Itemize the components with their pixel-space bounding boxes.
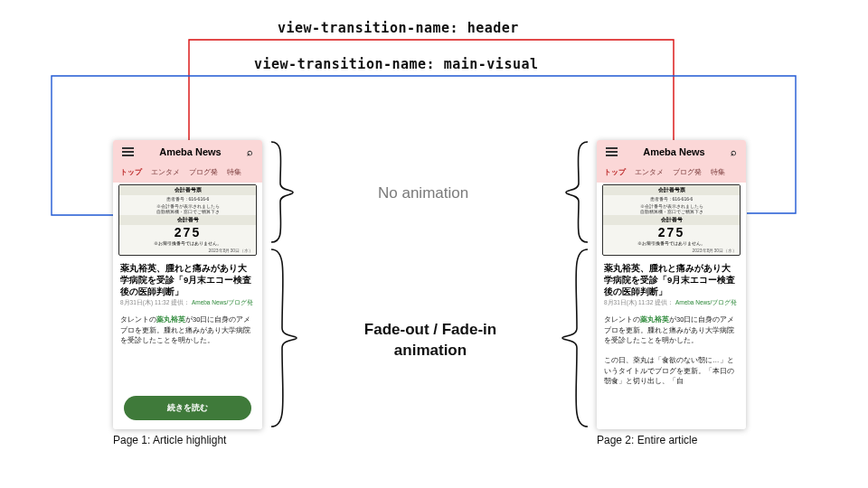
ticket-number: 275: [603, 225, 740, 239]
phone-page1: Ameba News ⌕ トップ エンタメ ブログ発 特集 会計番号票 患者番号…: [113, 140, 262, 429]
brace-bottom-right: [561, 247, 591, 429]
hamburger-icon: [122, 147, 134, 156]
annotation-fade-line2: animation: [394, 342, 467, 359]
main-visual: 会計番号票 患者番号：616-616-6 ※会計番号が表示されましたら 自動精算…: [118, 184, 257, 256]
code-label-main-visual: view-transition-name: main-visual: [254, 56, 539, 72]
nav-item: 特集: [227, 167, 241, 177]
nav-item: エンタメ: [635, 167, 664, 177]
article-body: タレントの薬丸裕英が30日に自身のアメブロを更新。腫れと痛みがあり大学病院を受診…: [597, 311, 746, 429]
ticket-line: 会計番号: [119, 215, 256, 225]
ticket-image: 会計番号票 患者番号：616-616-6 ※会計番号が表示されましたら 自動精算…: [602, 184, 741, 256]
caption-page1: Page 1: Article highlight: [113, 434, 226, 446]
ticket-image: 会計番号票 患者番号：616-616-6 ※会計番号が表示されましたら 自動精算…: [118, 184, 257, 256]
phone-header: Ameba News ⌕: [597, 140, 746, 164]
ticket-line: ※会計番号が表示されましたら 自動精算機・窓口でご精算下さ: [603, 202, 740, 215]
annotation-no-animation: No animation: [378, 184, 468, 202]
nav-item: 特集: [711, 167, 725, 177]
brace-bottom-left: [268, 247, 298, 429]
article-meta: 8月31日(木) 11:32 提供： Ameba News/ブログ発: [113, 299, 262, 311]
ticket-line: 会計番号: [603, 215, 740, 225]
nav-item: ブログ発: [189, 167, 218, 177]
search-icon: ⌕: [731, 146, 737, 157]
body-link: 薬丸裕英: [156, 315, 185, 324]
annotation-fade-line1: Fade-out / Fade-in: [364, 321, 496, 338]
caption-page2: Page 2: Entire article: [597, 434, 697, 446]
code-label-header: view-transition-name: header: [278, 20, 519, 36]
nav-item: トップ: [604, 167, 626, 177]
meta-source: Ameba News/ブログ発: [192, 299, 253, 305]
ticket-line: 会計番号票: [603, 185, 740, 195]
ticket-line: ※お薬引換番号ではありません。: [603, 239, 740, 248]
ticket-line: 会計番号票: [119, 185, 256, 195]
phone-nav: トップ エンタメ ブログ発 特集: [597, 164, 746, 183]
ticket-line: 患者番号：616-616-6: [603, 195, 740, 202]
article-headline: 薬丸裕英、腫れと痛みがあり大学病院を受診「9月末エコー検査後の医師判断」: [597, 259, 746, 299]
site-title: Ameba News: [643, 146, 704, 157]
brace-top-right: [564, 140, 591, 244]
meta-time: 8月31日(木) 11:32 提供：: [120, 299, 190, 305]
meta-source: Ameba News/ブログ発: [675, 299, 737, 305]
search-icon: ⌕: [247, 146, 253, 157]
meta-time: 8月31日(木) 11:32 提供：: [604, 299, 674, 305]
ticket-line: ※会計番号が表示されましたら 自動精算機・窓口でご精算下さ: [119, 202, 256, 215]
ticket-line: ※お薬引換番号ではありません。: [119, 239, 256, 248]
article-body: タレントの薬丸裕英が30日に自身のアメブロを更新。腫れと痛みがあり大学病院を受診…: [113, 311, 262, 392]
hamburger-icon: [606, 147, 618, 156]
body-text: タレントの: [120, 315, 156, 324]
read-more-button: 続きを読む: [124, 396, 251, 420]
ticket-number: 275: [119, 225, 256, 239]
nav-item: ブログ発: [673, 167, 702, 177]
nav-item: エンタメ: [151, 167, 180, 177]
annotation-fade: Fade-out / Fade-in animation: [353, 320, 508, 361]
phone-page2: Ameba News ⌕ トップ エンタメ ブログ発 特集 会計番号票 患者番号…: [597, 140, 746, 429]
body-text: タレントの: [604, 315, 640, 324]
site-title: Ameba News: [159, 146, 221, 157]
article-meta: 8月31日(木) 11:32 提供： Ameba News/ブログ発: [597, 299, 746, 311]
ticket-line: 患者番号：616-616-6: [119, 195, 256, 202]
phone-nav: トップ エンタメ ブログ発 特集: [113, 164, 262, 183]
brace-top-left: [268, 140, 295, 244]
ticket-date: 2023年8月30日（水）: [603, 248, 740, 255]
main-visual: 会計番号票 患者番号：616-616-6 ※会計番号が表示されましたら 自動精算…: [602, 184, 741, 256]
body-link: 薬丸裕英: [640, 315, 669, 324]
body-text: この日、薬丸は「食欲のない朝に…」というタイトルでブログを更新。「本日の朝食」と…: [604, 356, 734, 385]
phone-header: Ameba News ⌕: [113, 140, 262, 164]
article-headline: 薬丸裕英、腫れと痛みがあり大学病院を受診「9月末エコー検査後の医師判断」: [113, 259, 262, 299]
nav-item: トップ: [120, 167, 142, 177]
ticket-date: 2023年8月30日（水）: [119, 248, 256, 255]
